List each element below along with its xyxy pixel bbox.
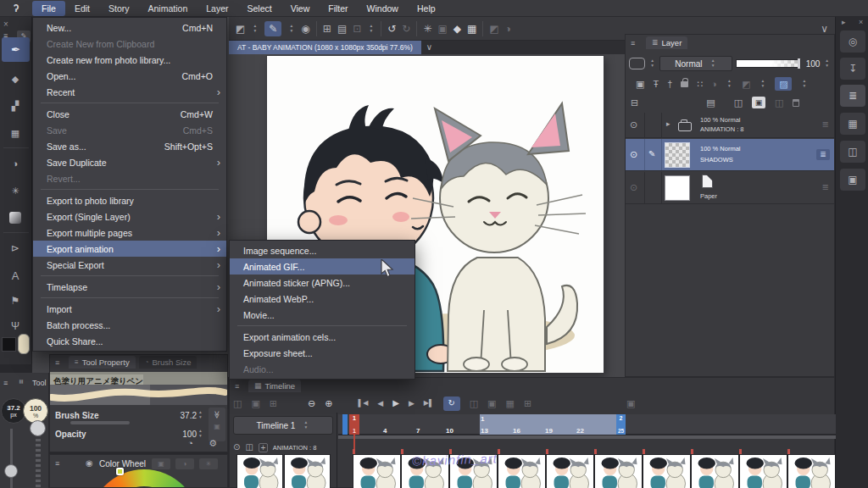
lock-transparent-icon[interactable] [697, 80, 703, 89]
effect-1-icon[interactable] [711, 80, 717, 89]
brush-size-slider[interactable] [10, 429, 13, 488]
save-stepper[interactable] [367, 24, 375, 34]
menubar-item-filter[interactable]: Filter [319, 1, 357, 16]
menu-item-special-export[interactable]: Special Export [33, 257, 226, 273]
menu-item-recent[interactable]: Recent [33, 84, 226, 100]
menu-item-export-animation[interactable]: Export animation [33, 241, 226, 257]
snap-2-icon[interactable] [505, 24, 511, 34]
layer-opacity-stepper[interactable] [823, 58, 831, 69]
menu-item-import[interactable]: Import [33, 301, 226, 317]
menu-item-batch-process[interactable]: Batch process... [33, 317, 226, 333]
layer-row-shadows[interactable]: 100 % Normal SHADOWS [626, 139, 834, 171]
rotate-stepper[interactable] [251, 24, 259, 34]
submenu-item-movie[interactable]: Movie... [230, 307, 415, 323]
draw-on-layer-chip[interactable] [775, 77, 792, 91]
setting-toggle-icon[interactable] [214, 424, 220, 430]
new-folder-icon[interactable] [706, 98, 715, 108]
tool-stepper[interactable] [287, 24, 295, 34]
menubar-item-select[interactable]: Select [238, 1, 281, 16]
layer-thumbnail[interactable] [665, 142, 690, 168]
cel-thumbnail[interactable] [284, 454, 331, 488]
add-cel-icon[interactable] [259, 443, 268, 452]
menubar-item-help[interactable]: Help [408, 1, 445, 16]
go-to-end-icon[interactable] [424, 400, 434, 407]
menu-item-open[interactable]: Open...Cmd+O [33, 68, 226, 84]
blend-mode-select[interactable]: Normal [659, 56, 732, 71]
dock-navigator-button[interactable] [840, 169, 865, 191]
menu-item-new[interactable]: New...Cmd+N [33, 19, 226, 36]
menubar-item-layer[interactable]: Layer [197, 1, 237, 16]
open-file-icon[interactable] [337, 24, 347, 34]
split-palette-icon[interactable] [631, 98, 638, 108]
next-frame-icon[interactable] [409, 400, 415, 408]
tool-gradient[interactable] [2, 207, 29, 229]
track-visible-icon[interactable] [233, 443, 240, 452]
deselect-icon[interactable] [423, 24, 431, 34]
play-icon[interactable] [392, 399, 399, 408]
tab-brush-size[interactable]: Brush Size [139, 356, 198, 369]
playback-start-marker[interactable] [342, 414, 348, 435]
cel-thumbnail[interactable] [236, 454, 283, 488]
effect-1-stepper[interactable] [726, 79, 733, 89]
layer-visible-icon[interactable] [630, 120, 637, 130]
layer-row-paper[interactable]: Paper [626, 172, 834, 204]
layer-row-animation[interactable]: 100 % Normal ANIMATION : 8 [626, 113, 834, 138]
lock-layer-icon[interactable] [681, 81, 688, 87]
menubar-item-animation[interactable]: Animation [139, 1, 198, 16]
show-all-settings-icon[interactable] [213, 411, 220, 419]
go-to-start-icon[interactable] [358, 400, 368, 407]
color-wheel-menu-icon[interactable] [55, 460, 59, 468]
save-icon[interactable] [353, 24, 361, 34]
layer-opacity-slider[interactable] [736, 59, 801, 68]
main-color-swatch[interactable] [2, 337, 16, 352]
dock-animation-button[interactable] [840, 113, 865, 135]
effect-2-icon[interactable] [742, 80, 750, 89]
redo-icon[interactable] [402, 24, 410, 34]
hue-ring[interactable] [89, 469, 199, 488]
opacity-row[interactable]: Opacity 100 [55, 426, 204, 441]
tool-pen-selected[interactable] [2, 37, 30, 62]
tool-blend[interactable] [2, 152, 29, 175]
cel-thumbnail[interactable] [594, 454, 643, 488]
cel-thumbnail[interactable] [643, 454, 691, 488]
brush-size-stepper[interactable] [197, 410, 204, 420]
paper-thumbnail[interactable] [665, 175, 690, 201]
select-area-icon[interactable] [437, 24, 447, 34]
menu-item-timelapse[interactable]: Timelapse [33, 279, 226, 295]
color-mode-button-3[interactable] [199, 458, 218, 469]
menu-item-save-duplicate[interactable]: Save Duplicate [33, 154, 226, 170]
tool-correct-line[interactable] [2, 180, 29, 202]
dock-layer-property-button[interactable] [840, 141, 865, 163]
cel-thumbnail[interactable] [739, 454, 787, 488]
timeline-settings-icon[interactable] [251, 399, 259, 408]
folder-expander-icon[interactable] [666, 120, 670, 128]
menu-item-export-multiple-pages[interactable]: Export multiple pages [33, 225, 226, 241]
menubar-item-window[interactable]: Window [358, 1, 408, 16]
timeline-selector[interactable]: Timeline 1 [233, 416, 333, 435]
flip-canvas-icon[interactable] [236, 24, 245, 34]
expand-dock-icon[interactable] [842, 19, 846, 26]
toolbar-overflow-icon[interactable] [821, 24, 828, 34]
menu-item-save-as[interactable]: Save as...Shift+Opt+S [33, 138, 226, 154]
light-table-icon[interactable] [505, 399, 514, 408]
crop-frame-icon[interactable] [467, 24, 476, 34]
palette-color-button[interactable] [629, 58, 645, 69]
opacity-slider-knob[interactable] [30, 420, 46, 436]
tab-tool-property[interactable]: Tool Property [69, 356, 136, 369]
mini-panel-menu-icon[interactable] [3, 380, 8, 387]
layer-visible-icon[interactable] [630, 150, 637, 159]
cel-thumbnail[interactable] [787, 454, 836, 488]
new-cel-icon[interactable] [270, 399, 277, 408]
menubar-item-view[interactable]: View [281, 1, 320, 16]
undo-icon[interactable] [387, 24, 396, 34]
sub-color-swatch[interactable] [18, 334, 30, 354]
cel-thumbnail[interactable] [691, 454, 739, 488]
hue-ring-handle[interactable] [116, 468, 124, 475]
layer-visible-icon[interactable] [630, 183, 637, 192]
advanced-settings-icon[interactable] [209, 439, 217, 448]
close-panel-icon[interactable] [3, 20, 8, 29]
playhead[interactable]: 1 1 [349, 414, 359, 435]
loop-play-chip[interactable] [443, 396, 460, 411]
tool-text[interactable] [2, 264, 29, 286]
previous-frame-icon[interactable] [377, 400, 383, 408]
